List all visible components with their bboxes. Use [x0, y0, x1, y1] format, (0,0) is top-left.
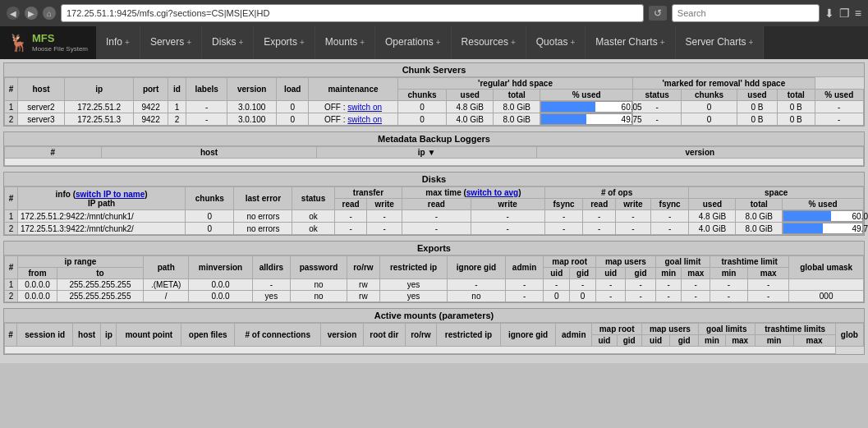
col-used: used: [447, 90, 494, 101]
am-col-rootdir: root dir: [363, 324, 405, 347]
refresh-button[interactable]: ↺: [649, 6, 667, 21]
col-marked-hdd: 'marked for removal' hdd space: [633, 78, 815, 90]
table-row: 2 172.25.51.3:9422:/mnt/chunk2/ 0 no err…: [5, 223, 864, 235]
mounts-plus: +: [360, 38, 365, 47]
nav-item-quotas[interactable]: Quotas +: [526, 26, 586, 59]
home-button[interactable]: ⌂: [43, 7, 56, 20]
d-col-mt-read: read: [402, 199, 471, 210]
ex-col-mu-uid: uid: [595, 268, 625, 279]
nav-item-mounts[interactable]: Mounts +: [315, 26, 375, 59]
switch-avg-link[interactable]: switch to avg: [466, 188, 518, 197]
row1-num: 1: [5, 101, 18, 113]
nav-item-exports[interactable]: Exports +: [254, 26, 315, 59]
downloads-button[interactable]: ⬇: [824, 7, 834, 20]
d-col-mt-write: write: [471, 199, 544, 210]
d-col-info: info (switch IP to name)IP path: [18, 187, 186, 210]
ex-col-mu-gid: gid: [626, 268, 655, 279]
row1-progress-container: 60.05: [540, 101, 632, 113]
menu-button[interactable]: ≡: [855, 7, 861, 20]
active-mounts-title: Active mounts (parameters): [4, 309, 864, 323]
am-col-version: version: [321, 324, 364, 347]
ex-row2-mu-gid: -: [626, 291, 655, 302]
nav-item-operations[interactable]: Operations +: [375, 26, 452, 59]
d-row1-used: 4.8 GiB: [689, 210, 736, 223]
d-row2-progress: 49.75: [783, 223, 863, 234]
row2-m-total: 0 B: [778, 113, 815, 126]
nav-item-info[interactable]: Info +: [96, 26, 140, 59]
ex-row1-restricted: yes: [379, 279, 447, 291]
d-row2-num: 2: [5, 223, 18, 235]
search-input[interactable]: [672, 4, 820, 22]
nav-item-resources[interactable]: Resources +: [452, 26, 526, 59]
d-row2-total: 8.0 GiB: [736, 223, 783, 235]
d-row2-path: 172.25.51.3:9422:/mnt/chunk2/: [18, 223, 186, 235]
col-port: port: [134, 78, 168, 101]
nav-item-server-charts[interactable]: Server Charts +: [676, 26, 765, 59]
ex-row1-tt-min: -: [710, 279, 748, 291]
ex-col-to: to: [57, 268, 144, 279]
ex-col-gl-max: max: [682, 268, 710, 279]
back-button[interactable]: ◀: [7, 7, 20, 20]
ex-col-alldirs: alldirs: [252, 256, 291, 279]
browser-chrome: ◀ ▶ ⌂ ↺ ⬇ ❐ ≡: [0, 0, 868, 26]
am-col-mr-gid: gid: [617, 335, 641, 347]
ex-row2-mr-uid: 0: [544, 291, 570, 302]
ex-row1-to: 255.255.255.255: [57, 279, 144, 291]
row1-load: 0: [277, 101, 309, 113]
row1-switch-on[interactable]: switch on: [347, 103, 382, 112]
ex-row2-to: 255.255.255.255: [57, 291, 144, 302]
switch-ip-name-link[interactable]: switch IP to name: [76, 190, 145, 199]
d-row1-path: 172.25.51.2:9422:/mnt/chunk1/: [18, 210, 186, 223]
d-row1-progress: 60.05: [783, 210, 863, 222]
am-col-gl-max: max: [725, 335, 755, 347]
am-col-trashtime: trashtime limits: [755, 324, 835, 335]
am-col-session: session id: [17, 324, 73, 347]
forward-button[interactable]: ▶: [25, 7, 38, 20]
row1-maintenance: OFF : switch on: [309, 101, 398, 113]
servers-plus: +: [186, 38, 191, 47]
row2-chunks: 0: [397, 113, 446, 126]
ex-row1-gl-max: -: [682, 279, 710, 291]
col-id: id: [168, 78, 186, 101]
ex-row2-path: /: [143, 291, 189, 302]
row1-m-used: 0 B: [737, 101, 777, 113]
disks-title: Disks: [4, 173, 864, 186]
d-col-t-write: write: [367, 199, 402, 210]
d-row1-total: 8.0 GiB: [736, 210, 783, 223]
ex-col-restricted: restricted ip: [379, 256, 447, 279]
ex-row1-gl-min: -: [655, 279, 682, 291]
row1-used: 4.8 GiB: [447, 101, 494, 113]
am-col-gl-min: min: [699, 335, 726, 347]
nav-bar: 🦌 MFS Moose File System Info + Servers +…: [0, 26, 868, 59]
active-mounts-table: # session id host ip mount point open fi…: [4, 323, 864, 354]
row2-host: server3: [18, 113, 65, 126]
col-labels: labels: [186, 78, 227, 101]
ex-col-mapusers: map users: [595, 256, 655, 268]
d-col-last-error: last error: [234, 187, 292, 210]
nav-item-disks[interactable]: Disks +: [202, 26, 254, 59]
am-col-tt-max: max: [793, 335, 835, 347]
nav-item-master-charts[interactable]: Master Charts +: [586, 26, 675, 59]
d-col-t-read: read: [334, 199, 367, 210]
d-row1-fsync: -: [544, 210, 583, 223]
d-row2-pct: 49.75: [783, 223, 864, 235]
chunk-servers-title: Chunk Servers: [4, 63, 864, 77]
nav-item-servers[interactable]: Servers +: [140, 26, 202, 59]
col-num: #: [5, 78, 18, 101]
master-charts-plus: +: [660, 38, 665, 47]
ex-row2-num: 2: [5, 291, 18, 302]
ex-row1-tt-max: -: [748, 279, 789, 291]
mb-col-ip: ip ▼: [317, 147, 536, 159]
windows-button[interactable]: ❐: [839, 7, 850, 20]
am-col-restricted: restricted ip: [437, 324, 501, 347]
row2-ip: 172.25.51.3: [64, 113, 133, 126]
url-bar[interactable]: [61, 4, 644, 22]
d-row2-t-write: -: [367, 223, 402, 235]
am-col-mapusers: map users: [641, 324, 698, 335]
d-col-op-read: read: [583, 199, 616, 210]
ex-row2-gl-max: -: [682, 291, 710, 302]
row2-switch-on[interactable]: switch on: [347, 115, 382, 124]
disks-section: Disks # info (switch IP to name)IP path …: [3, 172, 865, 236]
d-col-maxtime: max time (switch to avg): [402, 187, 545, 199]
am-col-mu-gid: gid: [670, 335, 699, 347]
